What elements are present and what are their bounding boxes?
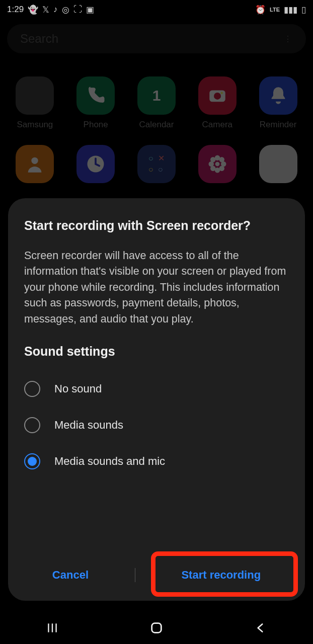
option-media-sounds[interactable]: Media sounds	[24, 407, 289, 443]
battery-icon: ▯	[301, 5, 306, 15]
music-icon: ♪	[53, 5, 58, 15]
instagram-icon: ◎	[62, 5, 69, 15]
radio-icon-selected	[24, 453, 40, 469]
screen-recorder-dialog: Start recording with Screen recorder? Sc…	[8, 198, 305, 601]
alarm-icon: ⏰	[255, 5, 266, 15]
dialog-actions: Cancel Start recording	[24, 552, 289, 588]
sound-settings-heading: Sound settings	[24, 344, 289, 359]
x-icon: 𝕏	[42, 5, 49, 15]
status-time: 1:29	[7, 5, 24, 15]
frame-icon: ⛶	[73, 5, 82, 15]
signal-icon: ▮▮▮	[284, 5, 297, 15]
option-media-and-mic[interactable]: Media sounds and mic	[24, 443, 289, 479]
radio-icon	[24, 417, 40, 433]
snapchat-icon: 👻	[28, 5, 38, 15]
lte-icon: LTE	[270, 7, 280, 13]
start-recording-button[interactable]: Start recording	[171, 562, 271, 588]
status-bar: 1:29 👻 𝕏 ♪ ◎ ⛶ ▣ ⏰ LTE ▮▮▮ ▯	[0, 0, 313, 19]
recents-button[interactable]	[27, 618, 77, 638]
back-button[interactable]	[236, 618, 286, 638]
radio-label: Media sounds	[54, 419, 123, 432]
radio-icon	[24, 381, 40, 397]
action-separator	[135, 568, 135, 582]
home-button[interactable]	[131, 618, 182, 638]
radio-label: No sound	[54, 382, 102, 395]
dialog-body: Screen recorder will have access to all …	[24, 248, 289, 327]
option-no-sound[interactable]: No sound	[24, 371, 289, 407]
navigation-bar	[0, 612, 313, 644]
sound-options: No sound Media sounds Media sounds and m…	[24, 371, 289, 479]
svg-rect-17	[152, 623, 162, 633]
dialog-title: Start recording with Screen recorder?	[24, 218, 289, 233]
radio-label: Media sounds and mic	[54, 455, 165, 468]
image-icon: ▣	[86, 5, 94, 15]
cancel-button[interactable]: Cancel	[42, 562, 99, 588]
